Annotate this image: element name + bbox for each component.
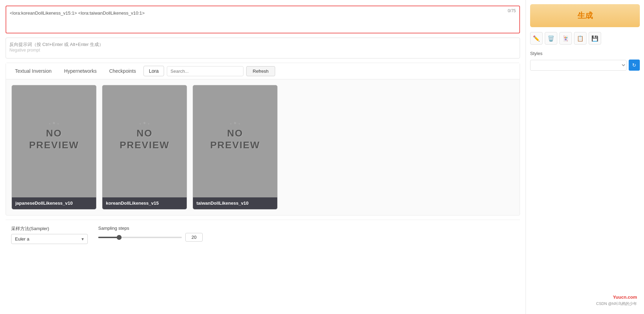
bottom-controls: 采样方法(Sampler) Euler a ▾ Sampling steps 2… <box>6 220 520 250</box>
slider-fill <box>98 237 119 238</box>
negative-prompt-label: 反向提示词（按 Ctrl+Enter 或 Alt+Enter 生成） <box>9 41 516 48</box>
steps-row: 20 <box>98 233 203 242</box>
tabs-bar: Textual Inversion Hypernetworks Checkpoi… <box>6 63 520 79</box>
lora-grid: · * · NOPREVIEW japaneseDollLikeness_v10… <box>6 79 520 215</box>
lora-card-japanese[interactable]: · * · NOPREVIEW japaneseDollLikeness_v10 <box>11 85 96 210</box>
positive-prompt-box[interactable]: 0/75 <lora:koreanDollLikeness_v15:1> <lo… <box>6 6 520 33</box>
styles-refresh-button[interactable]: ↻ <box>629 60 640 71</box>
trash-icon-button[interactable]: 🗑️ <box>545 32 557 45</box>
steps-group: Sampling steps 20 <box>98 226 203 244</box>
lora-preview-korean: · * · NOPREVIEW <box>102 85 187 186</box>
prompt-counter: 0/75 <box>508 8 516 13</box>
save-icon-button[interactable]: 💾 <box>589 32 601 45</box>
steps-value[interactable]: 20 <box>185 233 203 242</box>
icon-toolbar: ✏️ 🗑️ 🃏 📋 💾 <box>530 31 640 46</box>
chevron-down-icon: ▾ <box>82 236 84 242</box>
sampler-value: Euler a <box>15 236 29 242</box>
watermark-site: Yuucn.com <box>596 294 637 301</box>
right-panel: 生成 ✏️ 🗑️ 🃏 📋 💾 Styles ↻ <box>526 0 644 314</box>
lora-preview-taiwan: · * · NOPREVIEW <box>193 85 277 186</box>
watermark-author: CSDN @h叫乌鸦的少年 <box>596 301 637 307</box>
watermark: Yuucn.com CSDN @h叫乌鸦的少年 <box>596 294 637 307</box>
lora-label-korean: koreanDollLikeness_v15 <box>102 197 187 209</box>
card-icon-button[interactable]: 🃏 <box>559 32 572 45</box>
clipboard-icon-button[interactable]: 📋 <box>574 32 587 45</box>
tab-hypernetworks[interactable]: Hypernetworks <box>59 66 101 76</box>
sampler-select[interactable]: Euler a ▾ <box>11 234 88 244</box>
negative-prompt-sublabel: Negative prompt <box>9 48 516 53</box>
sampler-label: 采样方法(Sampler) <box>11 226 88 232</box>
search-input[interactable] <box>167 66 243 76</box>
lora-card-korean[interactable]: · * · NOPREVIEW koreanDollLikeness_v15 <box>102 85 187 210</box>
prompt-text: <lora:koreanDollLikeness_v15:1> <lora:ta… <box>10 10 516 17</box>
styles-row: ↻ <box>530 60 640 71</box>
generate-button[interactable]: 生成 <box>530 4 640 27</box>
tab-lora[interactable]: Lora <box>143 66 164 76</box>
refresh-button[interactable]: Refresh <box>246 66 276 76</box>
styles-select[interactable] <box>530 60 627 71</box>
tab-checkpoints[interactable]: Checkpoints <box>104 66 141 76</box>
lora-label-taiwan: taiwanDollLikeness_v10 <box>193 197 277 209</box>
lora-preview-japanese: · * · NOPREVIEW <box>12 85 96 186</box>
pencil-icon-button[interactable]: ✏️ <box>530 32 543 45</box>
lora-label-japanese: japaneseDollLikeness_v10 <box>12 197 96 209</box>
lora-card-taiwan[interactable]: · * · NOPREVIEW taiwanDollLikeness_v10 <box>193 85 278 210</box>
tab-textual-inversion[interactable]: Textual Inversion <box>10 66 56 76</box>
negative-prompt-box[interactable]: 反向提示词（按 Ctrl+Enter 或 Alt+Enter 生成） Negat… <box>6 38 520 58</box>
lora-tabs-section: Textual Inversion Hypernetworks Checkpoi… <box>6 63 520 215</box>
styles-label: Styles <box>530 51 640 56</box>
steps-slider[interactable] <box>98 237 182 238</box>
sampler-group: 采样方法(Sampler) Euler a ▾ <box>11 226 88 244</box>
left-panel: 0/75 <lora:koreanDollLikeness_v15:1> <lo… <box>0 0 526 314</box>
steps-label: Sampling steps <box>98 226 203 231</box>
slider-thumb <box>117 235 122 240</box>
